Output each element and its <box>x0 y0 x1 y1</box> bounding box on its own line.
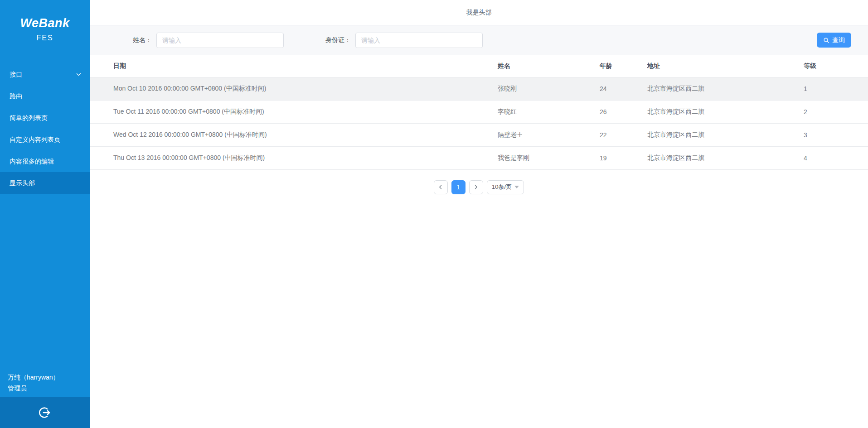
search-icon <box>823 37 829 43</box>
cell-name: 隔壁老王 <box>498 123 600 146</box>
chevron-right-icon <box>473 184 479 190</box>
main-content: 我是头部 姓名： 身份证： 查询 日期 姓名 <box>90 0 868 428</box>
column-header-address: 地址 <box>647 55 804 77</box>
logo-subtitle: FES <box>0 34 90 42</box>
query-button-label: 查询 <box>832 36 845 44</box>
cell-date: Tue Oct 11 2016 00:00:00 GMT+0800 (中国标准时… <box>90 100 498 123</box>
empty-area <box>90 194 868 428</box>
sidebar-item-label: 显示头部 <box>10 172 35 194</box>
column-header-date: 日期 <box>90 55 498 77</box>
logout-icon[interactable] <box>38 406 52 419</box>
prev-page-button[interactable] <box>434 180 448 194</box>
page-header: 我是头部 <box>90 0 868 25</box>
id-field-label: 身份证： <box>325 36 351 44</box>
sidebar-footer <box>0 397 90 428</box>
sidebar-item-6[interactable]: 显示头部 <box>0 172 90 194</box>
cell-age: 19 <box>600 146 647 169</box>
cell-address: 北京市海淀区西二旗 <box>647 77 804 100</box>
next-page-button[interactable] <box>469 180 483 194</box>
cell-date: Thu Oct 13 2016 00:00:00 GMT+0800 (中国标准时… <box>90 146 498 169</box>
column-header-level: 等级 <box>804 55 868 77</box>
logo: WeBank FES <box>0 0 90 63</box>
sidebar-item-label: 接口 <box>10 63 22 85</box>
data-table: 日期 姓名 年龄 地址 等级 Mon Oct 10 2016 00:00:00 … <box>90 55 868 170</box>
cell-age: 24 <box>600 77 647 100</box>
cell-address: 北京市海淀区西二旗 <box>647 100 804 123</box>
cell-age: 22 <box>600 123 647 146</box>
id-field-group: 身份证： <box>325 33 483 48</box>
cell-level: 4 <box>804 146 868 169</box>
cell-name: 张晓刚 <box>498 77 600 100</box>
chevron-left-icon <box>438 184 443 190</box>
table-row: Mon Oct 10 2016 00:00:00 GMT+0800 (中国标准时… <box>90 77 868 100</box>
cell-level: 2 <box>804 100 868 123</box>
sidebar-item-label: 路由 <box>10 85 22 107</box>
sidebar-menu: 接口 路由 简单的列表页 自定义内容列表页 内容很多的编辑 显示头部 <box>0 63 90 194</box>
id-card-input[interactable] <box>355 33 483 48</box>
name-field-label: 姓名： <box>133 36 152 44</box>
sidebar-item-3[interactable]: 简单的列表页 <box>0 107 90 129</box>
cell-age: 26 <box>600 100 647 123</box>
table-row: Thu Oct 13 2016 00:00:00 GMT+0800 (中国标准时… <box>90 146 868 169</box>
search-bar: 姓名： 身份证： 查询 <box>90 25 868 55</box>
table-row: Wed Oct 12 2016 00:00:00 GMT+0800 (中国标准时… <box>90 123 868 146</box>
table-row: Tue Oct 11 2016 00:00:00 GMT+0800 (中国标准时… <box>90 100 868 123</box>
page-title: 我是头部 <box>466 9 492 17</box>
cell-date: Mon Oct 10 2016 00:00:00 GMT+0800 (中国标准时… <box>90 77 498 100</box>
sidebar-item-label: 简单的列表页 <box>10 107 48 129</box>
column-header-age: 年龄 <box>600 55 647 77</box>
user-name: 万纯（harrywan） <box>8 372 59 383</box>
sidebar-item-2[interactable]: 路由 <box>0 85 90 107</box>
page-size-select[interactable]: 10条/页 <box>487 180 524 194</box>
sidebar-item-1[interactable]: 接口 <box>0 63 90 85</box>
pagination: 1 10条/页 <box>90 180 868 194</box>
user-info: 万纯（harrywan） 管理员 <box>8 372 59 394</box>
cell-address: 北京市海淀区西二旗 <box>647 146 804 169</box>
sidebar-item-label: 内容很多的编辑 <box>10 150 54 172</box>
logo-title: WeBank <box>0 16 90 30</box>
query-button[interactable]: 查询 <box>817 33 851 48</box>
page-size-label: 10条/页 <box>492 183 512 191</box>
cell-level: 1 <box>804 77 868 100</box>
user-role: 管理员 <box>8 383 59 394</box>
sidebar-item-4[interactable]: 自定义内容列表页 <box>0 129 90 150</box>
sidebar-item-label: 自定义内容列表页 <box>10 129 60 150</box>
table-header-row: 日期 姓名 年龄 地址 等级 <box>90 55 868 77</box>
chevron-down-icon <box>76 72 82 77</box>
cell-level: 3 <box>804 123 868 146</box>
column-header-name: 姓名 <box>498 55 600 77</box>
cell-name: 我爸是李刚 <box>498 146 600 169</box>
sidebar-item-5[interactable]: 内容很多的编辑 <box>0 150 90 172</box>
name-field-group: 姓名： <box>133 33 284 48</box>
cell-date: Wed Oct 12 2016 00:00:00 GMT+0800 (中国标准时… <box>90 123 498 146</box>
sidebar: WeBank FES 接口 路由 简单的列表页 自定义内容列表页 内容很多的编辑… <box>0 0 90 428</box>
cell-address: 北京市海淀区西二旗 <box>647 123 804 146</box>
name-input[interactable] <box>156 33 284 48</box>
page-number-button[interactable]: 1 <box>451 180 466 194</box>
cell-name: 李晓红 <box>498 100 600 123</box>
caret-down-icon <box>514 186 519 188</box>
